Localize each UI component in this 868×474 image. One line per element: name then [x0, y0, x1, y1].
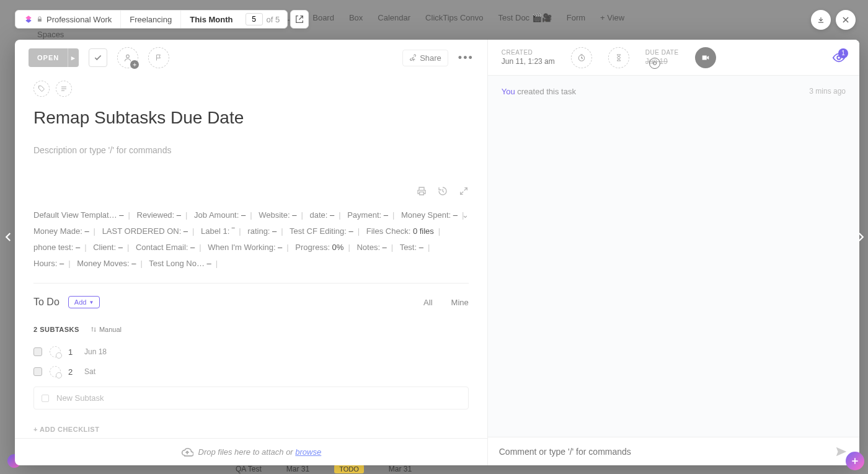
attachment-dropzone[interactable]: Drop files here to attach or browse	[15, 438, 487, 465]
popout-button[interactable]	[290, 10, 309, 29]
time-tracked-icon[interactable]	[571, 47, 592, 68]
custom-field[interactable]: Job Amount: –	[194, 210, 246, 220]
more-menu-button[interactable]: •••	[458, 51, 474, 65]
subtask-row[interactable]: 1 Jun 18	[33, 342, 469, 362]
add-subtask-button[interactable]: Add ▼	[68, 296, 100, 308]
custom-field[interactable]: phone test: –	[33, 243, 80, 252]
custom-field[interactable]: Files Check: 0 files	[366, 226, 434, 236]
custom-field[interactable]: When I'm Working: –	[208, 243, 282, 252]
task-title[interactable]: Remap Subtasks Due Date	[33, 108, 469, 128]
status-button[interactable]: OPEN ▸	[29, 48, 79, 67]
subtask-status-box[interactable]	[33, 347, 42, 356]
watchers-button[interactable]: 1	[832, 51, 846, 65]
breadcrumb-folder[interactable]: Freelancing	[121, 11, 181, 28]
comment-input[interactable]	[499, 447, 835, 457]
next-task-arrow[interactable]	[853, 230, 868, 244]
custom-field[interactable]: Notes: –	[356, 243, 386, 252]
custom-field[interactable]: Money Spent: –	[401, 210, 458, 220]
task-toolbar: OPEN ▸ + Share •••	[15, 40, 487, 76]
prev-task-arrow[interactable]	[1, 230, 16, 244]
custom-field[interactable]: Money Made: –	[33, 226, 89, 236]
subtask-count: 2 SUBTASKS	[33, 326, 79, 333]
status-dropdown-icon[interactable]: ▸	[68, 48, 79, 67]
breadcrumb-space[interactable]: Professional Work	[16, 11, 121, 28]
breadcrumb: Professional Work Freelancing This Month…	[15, 10, 288, 29]
custom-fields: Default View Templat… –| Reviewed: –| Jo…	[33, 207, 469, 284]
breadcrumb-list[interactable]: This Month	[181, 11, 241, 28]
task-description[interactable]: Description or type '/' for commands	[33, 145, 469, 155]
complete-check-button[interactable]	[89, 48, 107, 67]
subtask-status-box[interactable]	[33, 367, 42, 376]
quick-create-fab[interactable]	[846, 452, 864, 470]
sprint-icon[interactable]	[56, 81, 72, 97]
expand-icon[interactable]	[459, 186, 469, 196]
custom-field[interactable]: Hours: –	[33, 259, 64, 268]
custom-field[interactable]: Progress: 0%	[295, 243, 343, 252]
task-index-input[interactable]	[246, 13, 263, 25]
tab-all[interactable]: All	[423, 298, 432, 307]
close-button[interactable]	[836, 10, 856, 30]
custom-field[interactable]: Test: –	[400, 243, 423, 252]
assignee-add-button[interactable]: +	[117, 47, 138, 68]
collapse-fields-icon[interactable]: ⌄	[462, 207, 469, 223]
minimize-button[interactable]	[811, 10, 831, 30]
svg-point-0	[126, 55, 130, 58]
custom-field[interactable]: Test CF Editing: –	[290, 226, 353, 236]
priority-flag-button[interactable]	[148, 47, 169, 68]
background-task-row: QA Test Mar 31 TODO Mar 31	[0, 464, 868, 474]
task-meta-bar: CREATED Jun 11, 1:23 am DUE DATE Jun 19 …	[488, 40, 859, 76]
todo-section-title: To Do	[33, 297, 60, 308]
browse-link[interactable]: browse	[295, 447, 321, 457]
record-clip-button[interactable]	[695, 47, 716, 68]
custom-field[interactable]: Contact Email: –	[136, 243, 195, 252]
dropzone-text: Drop files here to attach or	[198, 447, 296, 457]
custom-field[interactable]: Money Moves: –	[77, 259, 136, 268]
tab-mine[interactable]: Mine	[451, 298, 469, 307]
custom-field[interactable]: Website: –	[259, 210, 296, 220]
tag-add-icon[interactable]	[33, 81, 50, 97]
custom-field[interactable]: Label 1: ‾	[201, 226, 234, 236]
custom-field[interactable]: date: –	[309, 210, 334, 220]
background-spaces-label: Spaces	[37, 30, 64, 39]
custom-field[interactable]: Client: –	[93, 243, 123, 252]
custom-field[interactable]: rating: –	[247, 226, 277, 236]
lock-icon	[37, 16, 43, 22]
comment-box[interactable]	[488, 437, 859, 465]
new-subtask-input[interactable]: New Subtask	[33, 387, 469, 409]
custom-field[interactable]: LAST ORDERED ON: –	[102, 226, 188, 236]
activity-time: 3 mins ago	[809, 87, 846, 426]
time-estimate-icon[interactable]	[608, 47, 629, 68]
custom-field[interactable]: Reviewed: –	[137, 210, 182, 220]
add-checklist-button[interactable]: + ADD CHECKLIST	[33, 426, 469, 433]
activity-log: You created this task 3 mins ago	[488, 76, 859, 437]
task-modal: OPEN ▸ + Share •••	[15, 40, 859, 465]
custom-field[interactable]: Default View Templat… –	[33, 210, 124, 220]
custom-field[interactable]: Test Long No… –	[149, 259, 211, 268]
custom-field[interactable]: Payment: –	[347, 210, 388, 220]
cursor-indicator-icon	[649, 58, 660, 69]
subtask-row[interactable]: 2 Sat	[33, 362, 469, 382]
subtask-assignee-icon[interactable]	[50, 346, 61, 357]
created-meta: CREATED Jun 11, 1:23 am	[502, 49, 555, 66]
print-icon[interactable]	[417, 186, 427, 196]
share-button[interactable]: Share	[402, 50, 448, 66]
subtask-assignee-icon[interactable]	[50, 366, 61, 377]
task-index-total: of 5	[267, 15, 288, 24]
due-date-meta[interactable]: DUE DATE Jun 19	[645, 49, 679, 66]
sort-button[interactable]: Manual	[91, 326, 122, 333]
history-icon[interactable]	[438, 186, 448, 196]
